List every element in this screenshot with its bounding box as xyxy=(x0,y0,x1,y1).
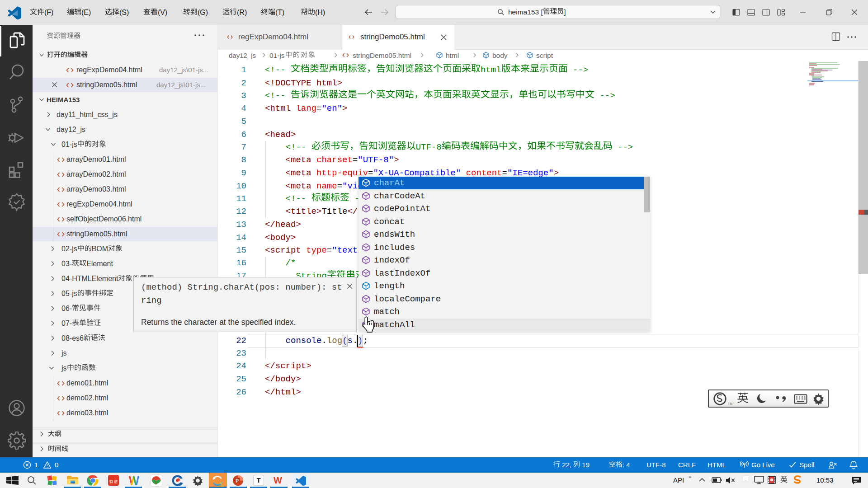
svg-text:P: P xyxy=(236,479,239,483)
